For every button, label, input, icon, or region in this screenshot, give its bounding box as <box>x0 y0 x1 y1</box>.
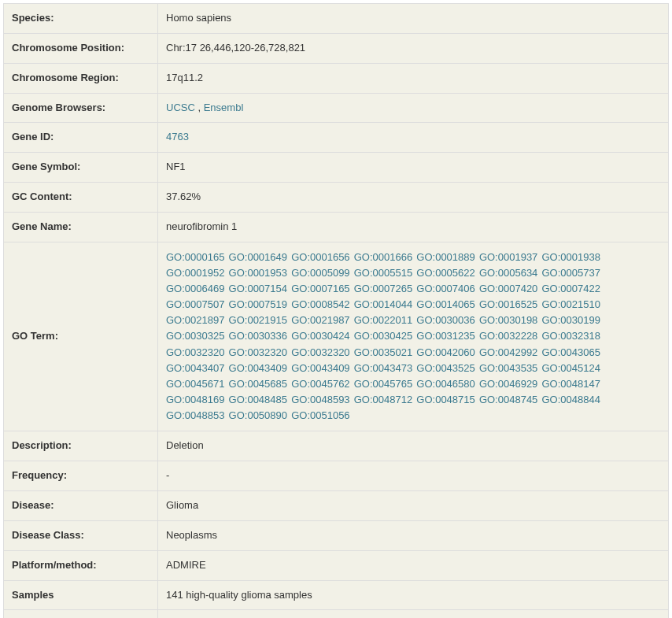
row-description: Description: Deletion <box>4 431 669 461</box>
link-go-term[interactable]: GO:0032320 <box>166 346 224 358</box>
link-go-term[interactable]: GO:0048844 <box>541 394 600 405</box>
link-go-term[interactable]: GO:0051056 <box>291 409 349 421</box>
value-disease: Glioma <box>158 490 669 520</box>
link-go-term[interactable]: GO:0006469 <box>166 283 224 294</box>
link-gene-id[interactable]: 4763 <box>166 131 189 142</box>
link-go-term[interactable]: GO:0001937 <box>479 251 537 263</box>
link-go-term[interactable]: GO:0030336 <box>229 330 287 342</box>
link-go-term[interactable]: GO:0030198 <box>479 314 537 326</box>
link-go-term[interactable]: GO:0021510 <box>541 298 600 310</box>
link-go-term[interactable]: GO:0007165 <box>291 283 349 294</box>
link-go-term[interactable]: GO:0032318 <box>541 330 600 342</box>
link-go-term[interactable]: GO:0005737 <box>541 267 600 279</box>
link-go-term[interactable]: GO:0007265 <box>354 283 412 294</box>
link-go-term[interactable]: GO:0014044 <box>354 298 412 310</box>
link-go-term[interactable]: GO:0048715 <box>416 394 474 405</box>
link-go-term[interactable]: GO:0021897 <box>166 314 224 326</box>
row-species: Species: Homo sapiens <box>4 4 669 34</box>
link-go-term[interactable]: GO:0001889 <box>416 251 474 263</box>
label-disease: Disease: <box>4 490 158 520</box>
link-ensembl[interactable]: Ensembl <box>204 102 244 113</box>
row-chromosome-region: Chromosome Region: 17q11.2 <box>4 63 669 93</box>
link-go-term[interactable]: GO:0030424 <box>291 330 349 342</box>
value-gene-id: 4763 <box>158 123 669 153</box>
link-go-term[interactable]: GO:0032320 <box>229 346 287 358</box>
link-go-term[interactable]: GO:0007519 <box>229 298 287 310</box>
link-go-term[interactable]: GO:0048712 <box>354 394 412 405</box>
row-disease-class: Disease Class: Neoplasms <box>4 520 669 550</box>
row-pubmed-id: PubMed ID: 23476020 <box>4 610 669 618</box>
link-go-term[interactable]: GO:0007507 <box>166 298 224 310</box>
link-go-term[interactable]: GO:0048853 <box>166 409 224 421</box>
link-go-term[interactable]: GO:0001649 <box>229 251 287 263</box>
link-go-term[interactable]: GO:0007154 <box>229 283 287 294</box>
link-go-term[interactable]: GO:0048485 <box>229 394 287 405</box>
link-go-term[interactable]: GO:0000165 <box>166 251 224 263</box>
link-go-term[interactable]: GO:0048745 <box>479 394 537 405</box>
link-go-term[interactable]: GO:0045685 <box>229 378 287 390</box>
link-go-term[interactable]: GO:0043409 <box>229 362 287 374</box>
link-go-term[interactable]: GO:0043409 <box>291 362 349 374</box>
value-genome-browsers: UCSC , Ensembl <box>158 93 669 123</box>
link-go-term[interactable]: GO:0030425 <box>354 330 412 342</box>
link-go-term[interactable]: GO:0043525 <box>416 362 474 374</box>
link-ucsc[interactable]: UCSC <box>166 102 195 113</box>
separator: , <box>195 102 204 113</box>
link-go-term[interactable]: GO:0045124 <box>541 362 600 374</box>
row-disease: Disease: Glioma <box>4 490 669 520</box>
label-gene-symbol: Gene Symbol: <box>4 153 158 183</box>
link-go-term[interactable]: GO:0050890 <box>229 409 287 421</box>
link-go-term[interactable]: GO:0048169 <box>166 394 224 405</box>
link-go-term[interactable]: GO:0030199 <box>541 314 600 326</box>
link-go-term[interactable]: GO:0048147 <box>541 378 600 390</box>
link-go-term[interactable]: GO:0007406 <box>416 283 474 294</box>
label-frequency: Frequency: <box>4 461 158 491</box>
link-go-term[interactable]: GO:0014065 <box>416 298 474 310</box>
value-samples: 141 high-quality glioma samples <box>158 580 669 610</box>
label-description: Description: <box>4 431 158 461</box>
row-platform: Platform/method: ADMIRE <box>4 550 669 580</box>
link-go-term[interactable]: GO:0032228 <box>479 330 537 342</box>
link-go-term[interactable]: GO:0022011 <box>354 314 412 326</box>
link-go-term[interactable]: GO:0007422 <box>541 283 600 294</box>
link-go-term[interactable]: GO:0005622 <box>416 267 474 279</box>
link-go-term[interactable]: GO:0001666 <box>354 251 412 263</box>
link-go-term[interactable]: GO:0043473 <box>354 362 412 374</box>
value-chromosome-region: 17q11.2 <box>158 63 669 93</box>
value-species: Homo sapiens <box>158 4 669 34</box>
link-go-term[interactable]: GO:0030325 <box>166 330 224 342</box>
value-pubmed-id: 23476020 <box>158 610 669 618</box>
link-go-term[interactable]: GO:0031235 <box>416 330 474 342</box>
label-chromosome-region: Chromosome Region: <box>4 63 158 93</box>
link-go-term[interactable]: GO:0016525 <box>479 298 537 310</box>
link-go-term[interactable]: GO:0046929 <box>479 378 537 390</box>
link-go-term[interactable]: GO:0048593 <box>291 394 349 405</box>
link-go-term[interactable]: GO:0042992 <box>479 346 537 358</box>
link-go-term[interactable]: GO:0043065 <box>541 346 600 358</box>
link-go-term[interactable]: GO:0045762 <box>291 378 349 390</box>
link-go-term[interactable]: GO:0043407 <box>166 362 224 374</box>
link-go-term[interactable]: GO:0032320 <box>291 346 349 358</box>
link-go-term[interactable]: GO:0045671 <box>166 378 224 390</box>
link-go-term[interactable]: GO:0001656 <box>291 251 349 263</box>
link-go-term[interactable]: GO:0001953 <box>229 267 287 279</box>
link-go-term[interactable]: GO:0005515 <box>354 267 412 279</box>
link-go-term[interactable]: GO:0021915 <box>229 314 287 326</box>
link-go-term[interactable]: GO:0005634 <box>479 267 537 279</box>
link-go-term[interactable]: GO:0046580 <box>416 378 474 390</box>
value-disease-class: Neoplasms <box>158 520 669 550</box>
row-chromosome-position: Chromosome Position: Chr:17 26,446,120-2… <box>4 33 669 63</box>
label-disease-class: Disease Class: <box>4 520 158 550</box>
link-go-term[interactable]: GO:0021987 <box>291 314 349 326</box>
link-go-term[interactable]: GO:0035021 <box>354 346 412 358</box>
link-go-term[interactable]: GO:0008542 <box>291 298 349 310</box>
link-go-term[interactable]: GO:0005099 <box>291 267 349 279</box>
link-go-term[interactable]: GO:0001938 <box>541 251 600 263</box>
value-description: Deletion <box>158 431 669 461</box>
link-go-term[interactable]: GO:0043535 <box>479 362 537 374</box>
link-go-term[interactable]: GO:0001952 <box>166 267 224 279</box>
link-go-term[interactable]: GO:0030036 <box>416 314 474 326</box>
link-go-term[interactable]: GO:0042060 <box>416 346 474 358</box>
link-go-term[interactable]: GO:0045765 <box>354 378 412 390</box>
link-go-term[interactable]: GO:0007420 <box>479 283 537 294</box>
